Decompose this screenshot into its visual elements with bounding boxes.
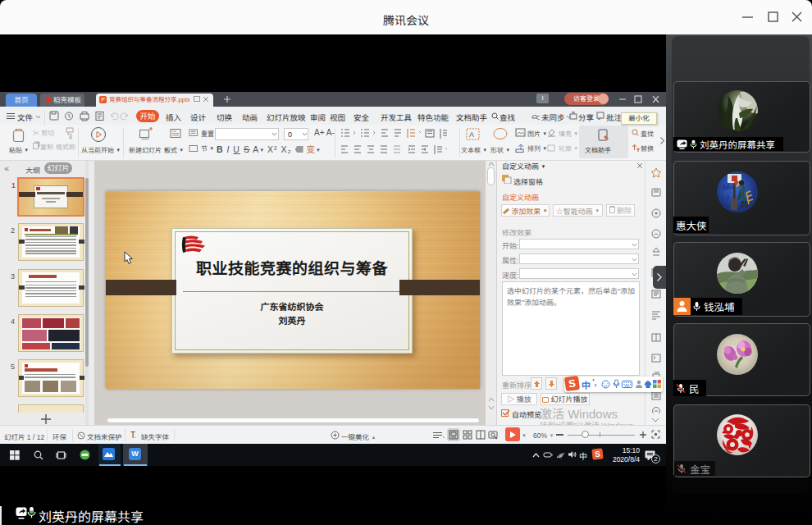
svg-text:A: A: [469, 130, 474, 139]
